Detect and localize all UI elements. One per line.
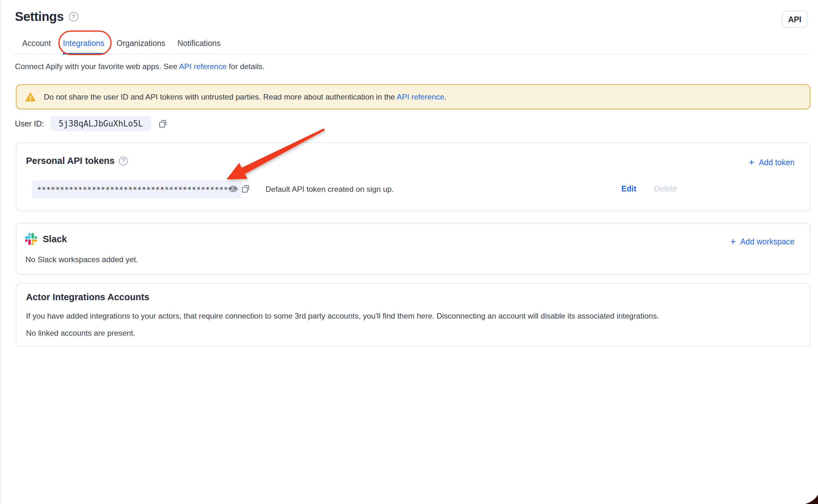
warning-after: . bbox=[445, 93, 447, 101]
slack-card-header: Slack bbox=[25, 233, 67, 245]
page-title: Settings bbox=[15, 10, 64, 24]
api-button[interactable]: API bbox=[782, 11, 808, 28]
warning-text: Do not share the user ID and API tokens … bbox=[44, 93, 446, 101]
copy-icon bbox=[240, 184, 250, 194]
user-id-row: User ID: 5j38qALJbGuXhLo5L bbox=[15, 116, 168, 131]
copy-token-button[interactable] bbox=[240, 184, 250, 194]
plus-icon: + bbox=[730, 237, 736, 247]
tokens-help-icon[interactable]: ? bbox=[119, 157, 128, 165]
slack-card-title: Slack bbox=[43, 234, 67, 244]
personal-api-tokens-card: Personal API tokens ? + Add token ******… bbox=[16, 142, 810, 211]
tab-notifications[interactable]: Notifications bbox=[177, 34, 220, 54]
tab-account[interactable]: Account bbox=[22, 34, 51, 54]
plus-icon: + bbox=[749, 158, 754, 167]
add-token-button[interactable]: + Add token bbox=[749, 158, 795, 167]
settings-page: Settings ? API Account Integrations Orga… bbox=[0, 0, 818, 504]
delete-token-button[interactable]: Delete bbox=[654, 184, 677, 193]
token-description: Default API token created on sign up. bbox=[265, 185, 394, 194]
warning-api-reference-link[interactable]: API reference bbox=[397, 93, 445, 101]
copy-icon bbox=[158, 119, 168, 129]
settings-tabs: Account Integrations Organizations Notif… bbox=[13, 34, 810, 55]
slack-empty-text: No Slack workspaces added yet. bbox=[25, 255, 138, 264]
actor-card-description: If you have added integrations to your a… bbox=[26, 312, 659, 320]
page-header: Settings ? bbox=[15, 10, 78, 24]
warning-banner: Do not share the user ID and API tokens … bbox=[16, 84, 810, 109]
slack-card: Slack + Add workspace No Slack workspace… bbox=[16, 223, 810, 275]
tab-organizations[interactable]: Organizations bbox=[116, 34, 165, 54]
tokens-card-header: Personal API tokens ? bbox=[26, 156, 128, 166]
tab-integrations[interactable]: Integrations bbox=[63, 34, 104, 55]
tokens-card-title: Personal API tokens bbox=[26, 156, 114, 166]
add-token-label: Add token bbox=[759, 158, 795, 167]
edit-token-button[interactable]: Edit bbox=[621, 184, 636, 193]
warning-before: Do not share the user ID and API tokens … bbox=[44, 93, 397, 101]
user-id-label: User ID: bbox=[15, 119, 44, 128]
intro-text: Connect Apify with your favorite web app… bbox=[15, 62, 264, 71]
add-workspace-label: Add workspace bbox=[740, 237, 795, 246]
actor-card-title: Actor Integrations Accounts bbox=[26, 292, 149, 302]
warning-icon bbox=[25, 92, 36, 102]
slack-logo-icon bbox=[25, 233, 37, 245]
reveal-token-button[interactable] bbox=[228, 184, 238, 194]
eye-icon bbox=[228, 184, 238, 194]
intro-after: for details. bbox=[226, 62, 264, 71]
add-workspace-button[interactable]: + Add workspace bbox=[730, 237, 795, 247]
user-id-value: 5j38qALJbGuXhLo5L bbox=[50, 116, 151, 131]
actor-empty-text: No linked accounts are present. bbox=[26, 329, 135, 338]
actor-integrations-card: Actor Integrations Accounts If you have … bbox=[16, 283, 810, 346]
help-icon[interactable]: ? bbox=[69, 12, 78, 22]
api-reference-link[interactable]: API reference bbox=[179, 62, 227, 71]
copy-user-id-button[interactable] bbox=[158, 119, 168, 129]
masked-token-field[interactable]: ****************************************… bbox=[32, 180, 242, 198]
intro-before: Connect Apify with your favorite web app… bbox=[15, 62, 179, 71]
